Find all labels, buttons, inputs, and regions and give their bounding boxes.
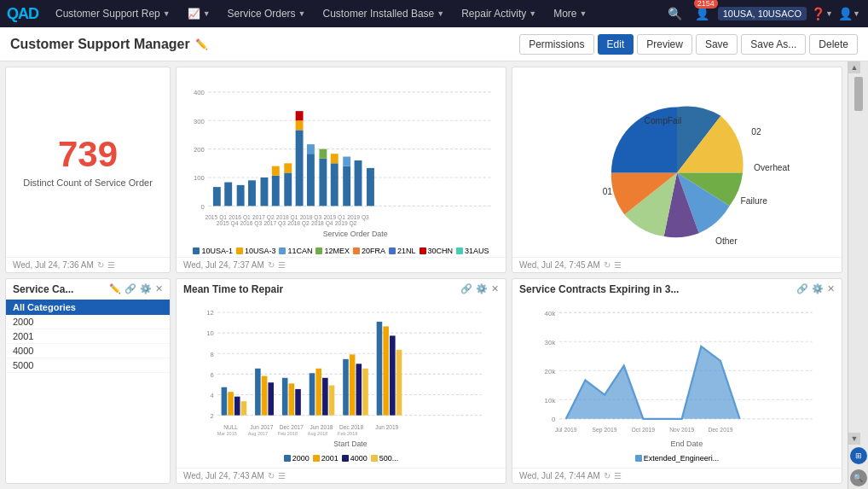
mean-time-header: Mean Time to Repair 🔗 ⚙️ ✕ [176, 279, 506, 300]
link-icon[interactable]: 🔗 [460, 283, 472, 294]
nav-customer-installed-base[interactable]: Customer Installed Base ▼ [316, 0, 452, 27]
svg-rect-76 [322, 377, 328, 415]
svg-rect-72 [289, 383, 295, 415]
link-icon[interactable]: 🔗 [796, 283, 808, 294]
notifications-button[interactable]: 👤 2154 [691, 2, 715, 26]
search-button[interactable]: 🔍 [663, 2, 687, 26]
menu-icon[interactable]: ☰ [614, 260, 622, 270]
kpi-body: 739 Distinct Count of Service Order [6, 67, 170, 257]
nav-service-orders[interactable]: Service Orders ▼ [221, 0, 313, 27]
save-button[interactable]: Save [696, 34, 738, 55]
nav-analytics[interactable]: 📈 ▼ [181, 0, 217, 27]
pie-chart-timestamp: Wed, Jul 24, 7:45 AM [519, 260, 600, 270]
settings-icon[interactable]: ⚙️ [140, 283, 152, 294]
svg-text:CompFail: CompFail [644, 116, 681, 125]
svg-text:Start Date: Start Date [333, 439, 367, 447]
pie-chart-widget: CompFail 02 Overheat Failure Other 01 We… [512, 67, 842, 273]
svg-text:100: 100 [194, 174, 205, 182]
svg-rect-83 [383, 326, 389, 415]
search-small-button[interactable]: 🔍 [850, 469, 867, 486]
nav-customer-support-rep[interactable]: Customer Support Rep ▼ [49, 0, 177, 27]
list-item-2000[interactable]: 2000 [6, 315, 170, 329]
svg-text:10k: 10k [545, 396, 556, 404]
refresh-icon[interactable]: ↻ [97, 260, 104, 270]
list-item-5000[interactable]: 5000 [6, 358, 170, 373]
svg-text:Dec 2018: Dec 2018 [339, 424, 364, 430]
title-edit-icon[interactable]: ✏️ [195, 38, 208, 50]
menu-icon[interactable]: ☰ [278, 260, 286, 270]
list-all-categories[interactable]: All Categories [6, 300, 170, 315]
svg-rect-22 [307, 154, 315, 206]
list-item-4000[interactable]: 4000 [6, 344, 170, 358]
svg-text:Dec 2017: Dec 2017 [280, 424, 304, 430]
chevron-icon: ▼ [298, 9, 306, 18]
svg-text:4: 4 [211, 391, 215, 399]
mean-time-legend: 2000 2001 4000 500... [281, 452, 402, 464]
svg-text:Dec 2019: Dec 2019 [708, 426, 732, 432]
svg-rect-75 [315, 368, 321, 415]
nav-more[interactable]: More ▼ [547, 0, 593, 27]
svg-rect-29 [343, 157, 350, 166]
legend-extended: Extended_Engineeri... [635, 454, 720, 463]
settings-icon[interactable]: ⚙️ [476, 283, 488, 294]
scroll-thumb[interactable] [854, 77, 863, 111]
toolbar-buttons: Permissions Edit Preview Save Save As...… [519, 34, 858, 55]
close-icon[interactable]: ✕ [827, 283, 835, 294]
legend-color-4 [315, 247, 322, 254]
svg-rect-65 [228, 392, 234, 415]
menu-icon[interactable]: ☰ [107, 260, 115, 270]
nav-repair-activity[interactable]: Repair Activity ▼ [454, 0, 543, 27]
permissions-button[interactable]: Permissions [519, 34, 593, 55]
svg-text:2: 2 [211, 411, 214, 419]
refresh-icon[interactable]: ↻ [268, 260, 275, 270]
page-title-text: Customer Support Manager [10, 37, 190, 52]
edit-button[interactable]: Edit [598, 34, 634, 55]
settings-icon[interactable]: ⚙️ [812, 283, 824, 294]
delete-button[interactable]: Delete [809, 34, 858, 55]
chevron-icon: ▼ [203, 9, 211, 18]
svg-rect-11 [224, 183, 232, 207]
user-menu-button[interactable]: 👤▼ [837, 2, 861, 26]
svg-text:01: 01 [603, 187, 613, 196]
link-icon[interactable]: 🔗 [124, 283, 136, 294]
svg-text:2019 Q3: 2019 Q3 [347, 214, 369, 221]
refresh-icon[interactable]: ↻ [604, 260, 610, 270]
menu-icon[interactable]: ☰ [278, 471, 286, 480]
refresh-icon[interactable]: ↻ [268, 471, 275, 480]
mean-time-footer: Wed, Jul 24, 7:43 AM ↻ ☰ [176, 468, 506, 483]
notification-badge: 2154 [694, 0, 718, 9]
scroll-up-arrow[interactable]: ▲ [848, 61, 860, 73]
legend-item-4: 12MEX [315, 247, 350, 255]
svg-marker-108 [566, 346, 740, 418]
svg-rect-68 [255, 368, 261, 415]
svg-rect-77 [329, 385, 335, 415]
legend-color-1 [193, 247, 200, 254]
bar-chart-body: 400 300 200 100 0 [176, 67, 506, 257]
svg-rect-25 [319, 149, 327, 159]
edit-icon[interactable]: ✏️ [109, 283, 121, 294]
preview-button[interactable]: Preview [637, 34, 692, 55]
close-icon[interactable]: ✕ [155, 283, 163, 294]
svg-text:2016 Q3: 2016 Q3 [240, 220, 263, 227]
svg-text:0: 0 [201, 203, 205, 211]
refresh-icon[interactable]: ↻ [604, 471, 610, 480]
locale-selector[interactable]: 10USA, 10USACO [718, 7, 807, 20]
svg-rect-64 [222, 387, 228, 415]
svg-text:02: 02 [751, 127, 761, 137]
save-as-button[interactable]: Save As... [741, 34, 806, 55]
help-button[interactable]: ❓▼ [810, 2, 834, 26]
close-icon[interactable]: ✕ [491, 283, 499, 294]
svg-text:Service Order Date: Service Order Date [323, 230, 388, 238]
svg-text:2018 Q2: 2018 Q2 [287, 220, 310, 227]
svg-text:300: 300 [194, 118, 205, 125]
menu-icon[interactable]: ☰ [614, 471, 622, 480]
layout-button[interactable]: ⊞ [850, 447, 867, 464]
svg-text:Other: Other [715, 236, 738, 246]
svg-rect-79 [350, 354, 356, 415]
legend-item-6: 21NL [389, 247, 416, 255]
svg-text:Jul 2019: Jul 2019 [555, 426, 577, 432]
list-item-2001[interactable]: 2001 [6, 329, 170, 344]
list-widget: Service Ca... ✏️ 🔗 ⚙️ ✕ All Categories 2… [5, 278, 171, 485]
scroll-down-arrow[interactable]: ▼ [848, 433, 860, 445]
chevron-icon: ▼ [579, 9, 587, 18]
